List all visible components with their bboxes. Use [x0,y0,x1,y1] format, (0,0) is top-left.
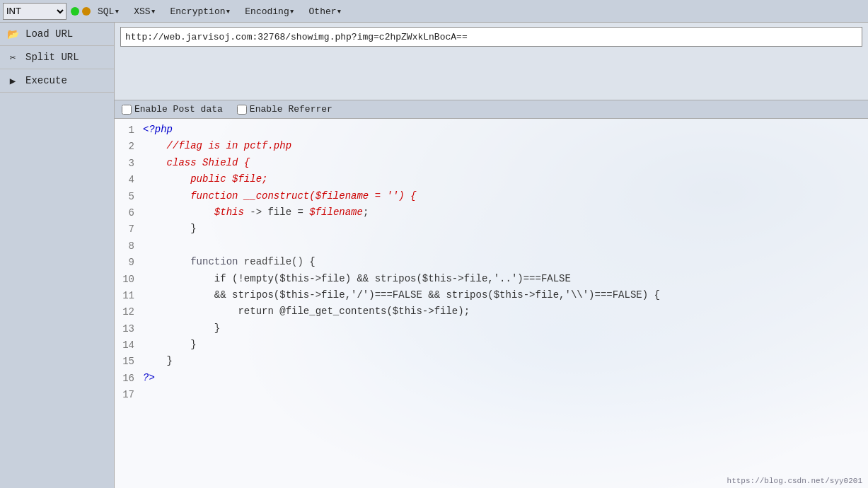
line-number: 15 [115,353,143,369]
url-area [115,23,868,100]
line-code: } [143,320,868,337]
line-number: 4 [115,171,143,187]
execute-icon: ▶ [6,74,20,88]
table-row: 5 function __construct($filename = '') { [115,188,868,204]
int-select[interactable]: INT [3,3,66,20]
post-data-option: Enable Post data [122,104,223,115]
line-code: if (!empty($this->file) && stripos($this… [143,271,868,287]
options-row: Enable Post data Enable Referrer [115,100,868,119]
table-row: 15 } [115,353,868,369]
line-number: 3 [115,155,143,171]
line-number: 12 [115,303,143,320]
line-code: && stripos($this->file,'/')===FALSE && s… [143,287,868,303]
url-input[interactable] [120,27,862,47]
line-code: return @file_get_contents($this->file); [143,303,868,320]
watermark: https://blog.csdn.net/syy0201 [727,477,862,485]
main-area: 📂 Load URL ✂ Split URL ▶ Execute Enable … [0,23,868,488]
table-row: 11 && stripos($this->file,'/')===FALSE &… [115,287,868,303]
menu-encryption[interactable]: Encryption▾ [167,4,233,18]
line-code: function __construct($filename = '') { [143,188,868,204]
line-code: function readfile() { [143,254,868,270]
line-number: 1 [115,122,143,138]
load-url-label: Load URL [25,28,73,40]
line-code: public $file; [143,171,868,187]
line-number: 5 [115,188,143,204]
referrer-option: Enable Referrer [237,104,332,115]
line-number: 16 [115,370,143,386]
toolbar-dots [71,7,91,16]
split-url-label: Split URL [25,52,79,63]
line-number: 17 [115,386,143,402]
table-row: 3 class Shield { [115,155,868,171]
table-row: 7 } [115,221,868,237]
table-row: 6 $this -> file = $filename; [115,204,868,221]
table-row: 8 [115,238,868,254]
menu-sql[interactable]: SQL▾ [95,4,122,18]
table-row: 4 public $file; [115,171,868,187]
toolbar: INT SQL▾ XSS▾ Encryption▾ Encoding▾ Othe… [0,0,868,23]
table-row: 13 } [115,320,868,337]
sidebar-item-execute[interactable]: ▶ Execute [0,69,114,93]
line-number: 6 [115,204,143,221]
sidebar: 📂 Load URL ✂ Split URL ▶ Execute [0,23,115,488]
split-url-icon: ✂ [6,50,20,64]
sidebar-item-load-url[interactable]: 📂 Load URL [0,23,114,46]
menu-xss[interactable]: XSS▾ [131,4,158,18]
menu-encoding[interactable]: Encoding▾ [242,4,297,18]
post-data-checkbox[interactable] [122,105,132,115]
table-row: 16?> [115,370,868,386]
menu-other[interactable]: Other▾ [306,4,345,18]
table-row: 2 //flag is in pctf.php [115,138,868,154]
table-row: 9 function readfile() { [115,254,868,270]
table-row: 17 [115,386,868,402]
dot-orange [82,7,91,16]
line-code: } [143,337,868,353]
line-number: 8 [115,238,143,254]
line-number: 11 [115,287,143,303]
line-code: } [143,221,868,237]
referrer-checkbox[interactable] [237,105,247,115]
line-code: //flag is in pctf.php [143,138,868,154]
table-row: 10 if (!empty($this->file) && stripos($t… [115,271,868,287]
sidebar-item-split-url[interactable]: ✂ Split URL [0,46,114,69]
line-code [143,386,868,402]
line-number: 14 [115,337,143,353]
referrer-label: Enable Referrer [250,104,332,115]
line-number: 10 [115,271,143,287]
line-code: class Shield { [143,155,868,171]
code-body: 1<?php2 //flag is in pctf.php3 class Shi… [115,122,868,403]
line-code [143,238,868,254]
code-area[interactable]: 1<?php2 //flag is in pctf.php3 class Shi… [115,119,868,488]
table-row: 14 } [115,337,868,353]
line-number: 7 [115,221,143,237]
line-number: 13 [115,320,143,337]
content-area: Enable Post data Enable Referrer 1<?php2… [115,23,868,488]
line-number: 2 [115,138,143,154]
table-row: 12 return @file_get_contents($this->file… [115,303,868,320]
post-data-label: Enable Post data [134,104,223,115]
line-code: <?php [143,122,868,138]
code-table: 1<?php2 //flag is in pctf.php3 class Shi… [115,122,868,403]
dot-green [71,7,79,16]
table-row: 1<?php [115,122,868,138]
line-code: $this -> file = $filename; [143,204,868,221]
line-code: ?> [143,370,868,386]
line-number: 9 [115,254,143,270]
toolbar-menu: SQL▾ XSS▾ Encryption▾ Encoding▾ Other▾ [95,4,345,18]
execute-label: Execute [25,75,67,86]
load-url-icon: 📂 [6,27,20,41]
line-code: } [143,353,868,369]
